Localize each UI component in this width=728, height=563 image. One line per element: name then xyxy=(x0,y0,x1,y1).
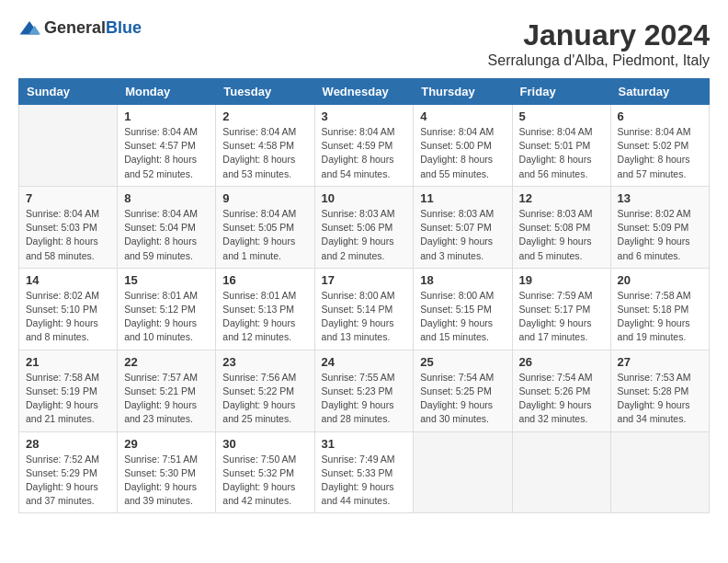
calendar-week-2: 14Sunrise: 8:02 AMSunset: 5:10 PMDayligh… xyxy=(19,268,710,350)
day-info: Sunrise: 8:03 AMSunset: 5:06 PMDaylight:… xyxy=(322,207,407,263)
day-info: Sunrise: 7:59 AMSunset: 5:17 PMDaylight:… xyxy=(519,289,604,345)
day-number: 11 xyxy=(420,191,505,205)
day-info: Sunrise: 8:03 AMSunset: 5:08 PMDaylight:… xyxy=(519,207,604,263)
calendar-cell: 1Sunrise: 8:04 AMSunset: 4:57 PMDaylight… xyxy=(118,105,216,187)
day-number: 26 xyxy=(519,355,604,369)
calendar-cell: 11Sunrise: 8:03 AMSunset: 5:07 PMDayligh… xyxy=(414,186,512,268)
calendar-cell: 31Sunrise: 7:49 AMSunset: 5:33 PMDayligh… xyxy=(314,431,414,513)
calendar-cell: 20Sunrise: 7:58 AMSunset: 5:18 PMDayligh… xyxy=(610,268,709,350)
calendar-body: 1Sunrise: 8:04 AMSunset: 4:57 PMDaylight… xyxy=(19,105,710,513)
day-number: 13 xyxy=(618,191,702,205)
day-number: 8 xyxy=(124,191,209,205)
calendar-week-1: 7Sunrise: 8:04 AMSunset: 5:03 PMDaylight… xyxy=(19,186,710,268)
header-friday: Friday xyxy=(512,79,610,105)
day-info: Sunrise: 8:03 AMSunset: 5:07 PMDaylight:… xyxy=(420,207,505,263)
header-sunday: Sunday xyxy=(19,79,118,105)
day-number: 15 xyxy=(124,273,209,287)
calendar-cell xyxy=(19,105,118,187)
header-monday: Monday xyxy=(118,79,216,105)
calendar-cell: 27Sunrise: 7:53 AMSunset: 5:28 PMDayligh… xyxy=(610,350,709,431)
calendar-cell: 3Sunrise: 8:04 AMSunset: 4:59 PMDaylight… xyxy=(314,105,414,187)
day-number: 28 xyxy=(26,437,110,451)
calendar-cell: 28Sunrise: 7:52 AMSunset: 5:29 PMDayligh… xyxy=(19,431,118,513)
calendar-cell: 24Sunrise: 7:55 AMSunset: 5:23 PMDayligh… xyxy=(314,350,414,431)
day-number: 20 xyxy=(618,273,702,287)
calendar-cell: 16Sunrise: 8:01 AMSunset: 5:13 PMDayligh… xyxy=(216,268,314,350)
day-info: Sunrise: 8:04 AMSunset: 5:02 PMDaylight:… xyxy=(618,125,702,181)
day-info: Sunrise: 8:00 AMSunset: 5:14 PMDaylight:… xyxy=(322,289,407,345)
day-info: Sunrise: 7:53 AMSunset: 5:28 PMDaylight:… xyxy=(618,371,702,427)
title-area: January 2024 Serralunga d'Alba, Piedmont… xyxy=(488,18,710,69)
day-info: Sunrise: 7:57 AMSunset: 5:21 PMDaylight:… xyxy=(124,371,209,427)
day-info: Sunrise: 7:54 AMSunset: 5:26 PMDaylight:… xyxy=(519,371,604,427)
calendar-table: Sunday Monday Tuesday Wednesday Thursday… xyxy=(18,78,710,513)
day-info: Sunrise: 7:49 AMSunset: 5:33 PMDaylight:… xyxy=(322,453,407,509)
day-number: 24 xyxy=(322,355,407,369)
calendar-cell: 12Sunrise: 8:03 AMSunset: 5:08 PMDayligh… xyxy=(512,186,610,268)
page-header: GeneralBlue January 2024 Serralunga d'Al… xyxy=(18,18,710,69)
day-info: Sunrise: 7:55 AMSunset: 5:23 PMDaylight:… xyxy=(322,371,407,427)
calendar-cell xyxy=(610,431,709,513)
day-info: Sunrise: 8:01 AMSunset: 5:12 PMDaylight:… xyxy=(124,289,209,345)
day-number: 5 xyxy=(519,109,604,123)
day-number: 27 xyxy=(618,355,702,369)
day-info: Sunrise: 7:51 AMSunset: 5:30 PMDaylight:… xyxy=(124,453,209,509)
calendar-cell: 29Sunrise: 7:51 AMSunset: 5:30 PMDayligh… xyxy=(118,431,216,513)
location-title: Serralunga d'Alba, Piedmont, Italy xyxy=(488,52,710,69)
calendar-cell: 17Sunrise: 8:00 AMSunset: 5:14 PMDayligh… xyxy=(314,268,414,350)
day-info: Sunrise: 7:56 AMSunset: 5:22 PMDaylight:… xyxy=(222,371,307,427)
calendar-cell: 26Sunrise: 7:54 AMSunset: 5:26 PMDayligh… xyxy=(512,350,610,431)
day-number: 4 xyxy=(420,109,505,123)
calendar-cell: 6Sunrise: 8:04 AMSunset: 5:02 PMDaylight… xyxy=(610,105,709,187)
day-number: 12 xyxy=(519,191,604,205)
calendar-week-3: 21Sunrise: 7:58 AMSunset: 5:19 PMDayligh… xyxy=(19,350,710,431)
calendar-week-0: 1Sunrise: 8:04 AMSunset: 4:57 PMDaylight… xyxy=(19,105,710,187)
day-number: 21 xyxy=(26,355,110,369)
header-row: Sunday Monday Tuesday Wednesday Thursday… xyxy=(19,79,710,105)
day-info: Sunrise: 7:58 AMSunset: 5:18 PMDaylight:… xyxy=(618,289,702,345)
day-number: 9 xyxy=(222,191,307,205)
logo: GeneralBlue xyxy=(18,18,142,38)
calendar-cell xyxy=(414,431,512,513)
day-number: 7 xyxy=(26,191,110,205)
day-number: 1 xyxy=(124,109,209,123)
calendar-cell: 18Sunrise: 8:00 AMSunset: 5:15 PMDayligh… xyxy=(414,268,512,350)
calendar-cell: 23Sunrise: 7:56 AMSunset: 5:22 PMDayligh… xyxy=(216,350,314,431)
logo-blue: Blue xyxy=(106,18,142,37)
calendar-cell: 19Sunrise: 7:59 AMSunset: 5:17 PMDayligh… xyxy=(512,268,610,350)
header-wednesday: Wednesday xyxy=(314,79,414,105)
calendar-cell: 2Sunrise: 8:04 AMSunset: 4:58 PMDaylight… xyxy=(216,105,314,187)
calendar-cell: 25Sunrise: 7:54 AMSunset: 5:25 PMDayligh… xyxy=(414,350,512,431)
calendar-week-4: 28Sunrise: 7:52 AMSunset: 5:29 PMDayligh… xyxy=(19,431,710,513)
day-info: Sunrise: 8:04 AMSunset: 4:59 PMDaylight:… xyxy=(322,125,407,181)
day-info: Sunrise: 8:04 AMSunset: 5:03 PMDaylight:… xyxy=(26,207,110,263)
day-number: 17 xyxy=(322,273,407,287)
day-info: Sunrise: 8:02 AMSunset: 5:10 PMDaylight:… xyxy=(26,289,110,345)
day-number: 10 xyxy=(322,191,407,205)
calendar-cell xyxy=(512,431,610,513)
calendar-cell: 21Sunrise: 7:58 AMSunset: 5:19 PMDayligh… xyxy=(19,350,118,431)
day-info: Sunrise: 8:02 AMSunset: 5:09 PMDaylight:… xyxy=(618,207,702,263)
day-info: Sunrise: 7:58 AMSunset: 5:19 PMDaylight:… xyxy=(26,371,110,427)
header-tuesday: Tuesday xyxy=(216,79,314,105)
day-info: Sunrise: 7:52 AMSunset: 5:29 PMDaylight:… xyxy=(26,453,110,509)
day-info: Sunrise: 8:04 AMSunset: 4:57 PMDaylight:… xyxy=(124,125,209,181)
calendar-cell: 15Sunrise: 8:01 AMSunset: 5:12 PMDayligh… xyxy=(118,268,216,350)
calendar-header: Sunday Monday Tuesday Wednesday Thursday… xyxy=(19,79,710,105)
day-number: 3 xyxy=(322,109,407,123)
month-title: January 2024 xyxy=(488,18,710,52)
day-number: 29 xyxy=(124,437,209,451)
day-info: Sunrise: 8:00 AMSunset: 5:15 PMDaylight:… xyxy=(420,289,505,345)
calendar-cell: 5Sunrise: 8:04 AMSunset: 5:01 PMDaylight… xyxy=(512,105,610,187)
day-number: 6 xyxy=(618,109,702,123)
day-info: Sunrise: 8:04 AMSunset: 4:58 PMDaylight:… xyxy=(222,125,307,181)
logo-general: General xyxy=(44,18,106,37)
day-number: 2 xyxy=(222,109,307,123)
day-number: 25 xyxy=(420,355,505,369)
day-info: Sunrise: 7:50 AMSunset: 5:32 PMDaylight:… xyxy=(222,453,307,509)
calendar-cell: 8Sunrise: 8:04 AMSunset: 5:04 PMDaylight… xyxy=(118,186,216,268)
calendar-cell: 13Sunrise: 8:02 AMSunset: 5:09 PMDayligh… xyxy=(610,186,709,268)
calendar-cell: 10Sunrise: 8:03 AMSunset: 5:06 PMDayligh… xyxy=(314,186,414,268)
day-number: 19 xyxy=(519,273,604,287)
day-number: 16 xyxy=(222,273,307,287)
